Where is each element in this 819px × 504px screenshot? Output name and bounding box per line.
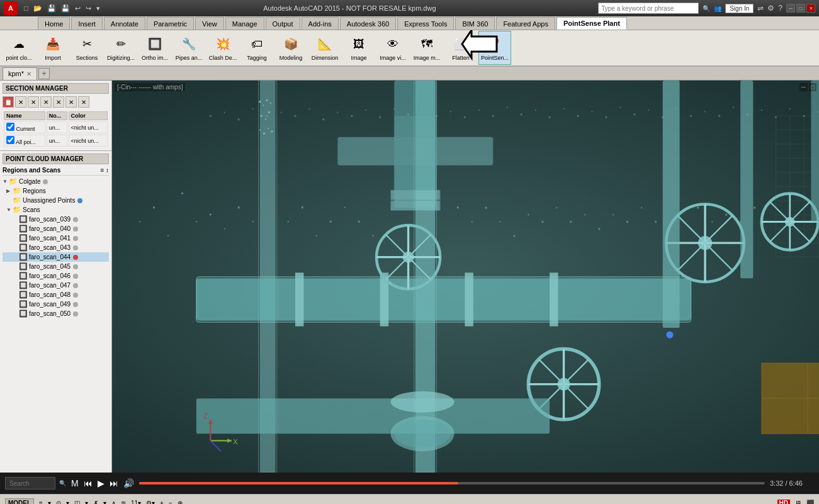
- svg-point-13: [365, 109, 366, 111]
- maximize-button[interactable]: □: [796, 4, 805, 13]
- tree-item-scan047[interactable]: 🔲 faro_scan_047: [3, 281, 109, 290]
- doc-tab-close[interactable]: ✕: [26, 70, 31, 77]
- import-btn[interactable]: 📥 Import: [37, 31, 69, 65]
- status-orbit-dd[interactable]: ▾: [66, 500, 69, 504]
- viewport-ctrl-2[interactable]: □: [809, 83, 816, 91]
- status-minus[interactable]: −: [169, 500, 172, 504]
- tab-express[interactable]: Express Tools: [397, 17, 454, 30]
- svg-point-154: [655, 221, 657, 223]
- tree-item-regions[interactable]: ▶ 📁 Regions: [3, 186, 109, 196]
- tree-item-scan044[interactable]: 🔲 faro_scan_044: [3, 252, 109, 262]
- image-btn[interactable]: 🖼 Image: [342, 31, 375, 65]
- tree-item-scans[interactable]: ▼ 📁 Scans: [3, 205, 109, 215]
- close-button[interactable]: ✕: [806, 4, 815, 13]
- tree-item-scan050[interactable]: 🔲 faro_scan_050: [3, 309, 109, 318]
- ortho-btn[interactable]: 🔲 Ortho im...: [138, 31, 171, 65]
- tree-item-scan048[interactable]: 🔲 faro_scan_048: [3, 290, 109, 300]
- tree-item-scan043[interactable]: 🔲 faro_scan_043: [3, 243, 109, 252]
- new-tab-button[interactable]: +: [38, 68, 50, 79]
- minimize-button[interactable]: ─: [786, 4, 795, 13]
- qat-save[interactable]: 💾: [46, 4, 57, 13]
- section-check-allpoints[interactable]: [6, 136, 14, 144]
- video-prev-btn[interactable]: ⏮: [84, 478, 93, 488]
- tab-parametric[interactable]: Parametric: [147, 17, 194, 30]
- tab-a360[interactable]: Autodesk 360: [340, 17, 396, 30]
- svg-point-29: [591, 111, 592, 112]
- tree-item-scan039[interactable]: 🔲 faro_scan_039: [3, 215, 109, 224]
- status-zoom[interactable]: ⊕: [178, 500, 183, 504]
- status-screen2[interactable]: ⬛: [806, 500, 814, 504]
- qat-redo[interactable]: ↪: [84, 4, 93, 13]
- sm-btn2[interactable]: ✕: [15, 96, 26, 108]
- tree-item-colgate[interactable]: ▼ 📁 Colgate: [3, 177, 109, 186]
- dot-041: [73, 236, 78, 241]
- tree-item-scan045[interactable]: 🔲 faro_scan_045: [3, 262, 109, 271]
- flatten-btn[interactable]: ⬜ Flatten: [444, 31, 477, 65]
- dot-044: [73, 255, 78, 260]
- sm-btn7[interactable]: ✕: [78, 96, 89, 108]
- digitizing-icon: ✏: [111, 34, 131, 54]
- svg-point-36: [690, 115, 692, 116]
- video-back-btn[interactable]: M: [71, 478, 79, 488]
- tab-pointsense[interactable]: PointSense Plant: [556, 17, 627, 30]
- tagging-btn[interactable]: 🏷 Tagging: [240, 31, 273, 65]
- import-icon: 📥: [43, 34, 63, 54]
- sm-btn3[interactable]: ✕: [28, 96, 39, 108]
- imagemap-btn[interactable]: 🗺 Image m...: [410, 31, 443, 65]
- tab-view[interactable]: View: [195, 17, 224, 30]
- pointcloud-btn[interactable]: ☁ point clo...: [3, 31, 35, 65]
- tree-item-unassigned[interactable]: 📁 Unassigned Points: [3, 196, 109, 205]
- tree-item-scan041[interactable]: 🔲 faro_scan_041: [3, 233, 109, 243]
- sm-btn5[interactable]: ✕: [53, 96, 64, 108]
- pipes-btn[interactable]: 🔧 Pipes an...: [172, 31, 205, 65]
- dimension-btn[interactable]: 📐 Dimension: [308, 31, 341, 65]
- video-search[interactable]: [5, 477, 55, 490]
- tree-item-scan040[interactable]: 🔲 faro_scan_040: [3, 224, 109, 233]
- qat-more[interactable]: ▾: [95, 4, 101, 13]
- qat-new[interactable]: □: [23, 4, 30, 13]
- tab-home[interactable]: Home: [38, 17, 70, 30]
- sm-btn6[interactable]: ✕: [65, 96, 77, 108]
- viewport-ctrl-1[interactable]: ─: [799, 83, 808, 91]
- video-vol-btn[interactable]: 🔊: [123, 478, 134, 488]
- viewport[interactable]: X Z [-Cin--- ------ with amps] ─ □: [112, 81, 819, 473]
- status-cross-dd[interactable]: ▾: [103, 500, 106, 504]
- keyword-search[interactable]: [598, 3, 699, 14]
- status-snap-dd[interactable]: ▾: [85, 500, 88, 504]
- qat-open[interactable]: 📂: [32, 4, 43, 13]
- video-next-btn[interactable]: ⏭: [110, 478, 118, 488]
- digitizing-btn[interactable]: ✏ Digitizing...: [104, 31, 137, 65]
- tab-annotate[interactable]: Annotate: [104, 17, 145, 30]
- tree-item-scan046[interactable]: 🔲 faro_scan_046: [3, 271, 109, 281]
- svg-point-145: [528, 214, 529, 215]
- pointsen-btn[interactable]: ❓ PointSen...: [478, 31, 511, 65]
- tab-addins[interactable]: Add-ins: [302, 17, 339, 30]
- tree-item-scan049[interactable]: 🔲 faro_scan_049: [3, 300, 109, 309]
- modeling-btn[interactable]: 📦 Modeling: [274, 31, 307, 65]
- qat-undo[interactable]: ↩: [74, 4, 82, 13]
- clash-btn[interactable]: 💥 Clash De...: [206, 31, 239, 65]
- status-plus[interactable]: +: [160, 500, 164, 504]
- section-row-allpoints[interactable]: All poi... un... <nicht un...: [4, 135, 108, 147]
- section-row-current[interactable]: Current un... <nicht un...: [4, 121, 108, 133]
- status-11[interactable]: 11▾: [131, 500, 141, 504]
- doc-tab-kpm[interactable]: kpm* ✕: [3, 67, 37, 80]
- sections-btn[interactable]: ✂ Sections: [71, 31, 103, 65]
- tab-featured[interactable]: Featured Apps: [496, 17, 555, 30]
- tab-output[interactable]: Output: [266, 17, 300, 30]
- qat-save2[interactable]: 💾: [60, 4, 71, 13]
- sm-btn4[interactable]: ✕: [40, 96, 52, 108]
- sign-in-button[interactable]: Sign In: [725, 4, 754, 13]
- sm-btn1[interactable]: 📋: [3, 96, 14, 108]
- tab-bim360[interactable]: BIM 360: [455, 17, 495, 30]
- video-play-btn[interactable]: ▶: [98, 478, 104, 488]
- video-timeline[interactable]: [139, 482, 765, 484]
- imagevi-btn[interactable]: 👁 Image vi...: [376, 31, 409, 65]
- dot-045: [73, 264, 78, 269]
- svg-rect-101: [196, 398, 550, 434]
- status-screen1[interactable]: 🖥: [795, 500, 801, 504]
- status-gear[interactable]: ⚙▾: [146, 500, 155, 504]
- tab-insert[interactable]: Insert: [71, 17, 103, 30]
- section-check-current[interactable]: [6, 123, 14, 131]
- tab-manage[interactable]: Manage: [225, 17, 264, 30]
